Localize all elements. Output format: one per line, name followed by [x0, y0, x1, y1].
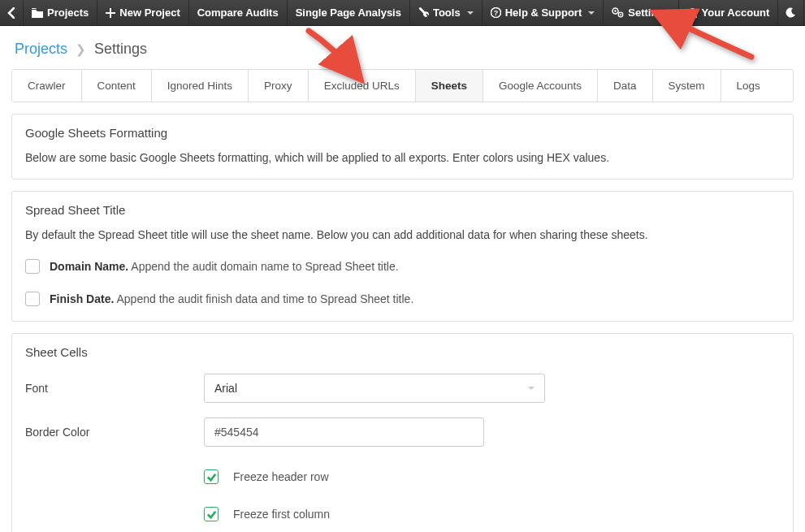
- option-freeze-header: Freeze header row: [204, 469, 780, 484]
- tab-logs[interactable]: Logs: [721, 70, 776, 102]
- nav-your-account[interactable]: Your Account: [679, 0, 779, 25]
- checkbox-finish-date[interactable]: [25, 292, 40, 306]
- caret-down-icon: [528, 387, 535, 390]
- checkbox-freeze-header[interactable]: [204, 469, 219, 484]
- svg-point-6: [690, 8, 695, 13]
- option-label: Freeze header row: [233, 470, 329, 483]
- nav-label: Single Page Analysis: [296, 6, 401, 19]
- chevron-right-icon: ❯: [76, 42, 86, 57]
- tab-content[interactable]: Content: [82, 70, 152, 102]
- tab-excluded-urls[interactable]: Excluded URLs: [309, 70, 416, 102]
- option-label: Finish Date. Append the audit finish dat…: [50, 292, 413, 305]
- option-finish-date: Finish Date. Append the audit finish dat…: [25, 292, 780, 306]
- panel-spreadsheet-title: Spread Sheet Title By default the Spread…: [11, 191, 794, 322]
- nav-new-project[interactable]: New Project: [97, 0, 188, 25]
- help-icon: ?: [491, 7, 501, 18]
- svg-point-3: [615, 10, 617, 11]
- nav-settings[interactable]: Settings: [604, 0, 678, 25]
- nav-label: New Project: [119, 6, 180, 19]
- chevron-left-icon: [7, 7, 15, 19]
- tab-data[interactable]: Data: [598, 70, 653, 102]
- plus-icon: [106, 8, 115, 18]
- tab-proxy[interactable]: Proxy: [249, 70, 309, 102]
- gears-icon: [612, 7, 624, 18]
- nav-label: Compare Audits: [197, 6, 279, 19]
- panel-desc: Below are some basic Google Sheets forma…: [25, 151, 780, 164]
- nav-left: Projects New Project Compare Audits Sing…: [0, 0, 483, 25]
- font-select-value: Arial: [214, 382, 237, 395]
- nav-single-page-analysis[interactable]: Single Page Analysis: [288, 0, 410, 25]
- font-select[interactable]: Arial: [204, 374, 545, 403]
- breadcrumb-projects[interactable]: Projects: [15, 41, 67, 58]
- moon-icon: [786, 7, 796, 18]
- panel-title: Google Sheets Formatting: [25, 126, 780, 140]
- user-icon: [687, 7, 698, 18]
- tab-ignored-hints[interactable]: Ignored Hints: [152, 70, 249, 102]
- panel-sheet-cells: Sheet Cells Font Arial Border Color Free…: [11, 333, 794, 532]
- nav-right: ? Help & Support Settings Your Account: [483, 0, 805, 25]
- svg-text:?: ?: [493, 9, 498, 17]
- nav-label: Settings: [628, 6, 669, 19]
- nav-label: Projects: [47, 6, 89, 19]
- nav-help-support[interactable]: ? Help & Support: [483, 0, 604, 25]
- option-label: Domain Name. Append the audit domain nam…: [50, 260, 399, 273]
- font-label: Font: [25, 382, 204, 395]
- nav-dark-mode[interactable]: [778, 0, 804, 25]
- tab-system[interactable]: System: [653, 70, 721, 102]
- checkmark-icon: [206, 472, 217, 482]
- settings-tabs: CrawlerContentIgnored HintsProxyExcluded…: [11, 69, 794, 102]
- border-color-input[interactable]: [204, 417, 484, 447]
- wrench-icon: [418, 7, 429, 18]
- nav-label: Tools: [433, 6, 461, 19]
- nav-compare-audits[interactable]: Compare Audits: [189, 0, 288, 25]
- svg-point-5: [620, 14, 621, 15]
- nav-label: Help & Support: [505, 6, 582, 19]
- tab-crawler[interactable]: Crawler: [12, 70, 82, 102]
- option-domain-name: Domain Name. Append the audit domain nam…: [25, 259, 780, 274]
- checkbox-freeze-column[interactable]: [204, 507, 219, 521]
- nav-label: Your Account: [702, 6, 770, 19]
- breadcrumb: Projects ❯ Settings: [0, 26, 805, 69]
- panel-title: Sheet Cells: [25, 345, 780, 359]
- panel-title: Spread Sheet Title: [25, 203, 780, 217]
- option-freeze-column: Freeze first column: [204, 507, 780, 521]
- caret-down-icon: [467, 11, 474, 15]
- border-color-label: Border Color: [25, 426, 204, 439]
- breadcrumb-active: Settings: [94, 41, 147, 58]
- back-button[interactable]: [0, 0, 24, 25]
- checkbox-domain-name[interactable]: [25, 259, 40, 274]
- folder-icon: [32, 8, 43, 18]
- option-label: Freeze first column: [233, 508, 330, 521]
- navbar: Projects New Project Compare Audits Sing…: [0, 0, 805, 26]
- caret-down-icon: [588, 11, 595, 15]
- tab-google-accounts[interactable]: Google Accounts: [483, 70, 598, 102]
- checkmark-icon: [206, 509, 217, 520]
- nav-projects[interactable]: Projects: [24, 0, 97, 25]
- panel-google-sheets-formatting: Google Sheets Formatting Below are some …: [11, 114, 794, 179]
- nav-tools[interactable]: Tools: [410, 0, 483, 25]
- panel-desc: By default the Spread Sheet title will u…: [25, 228, 780, 241]
- tab-sheets[interactable]: Sheets: [416, 70, 483, 102]
